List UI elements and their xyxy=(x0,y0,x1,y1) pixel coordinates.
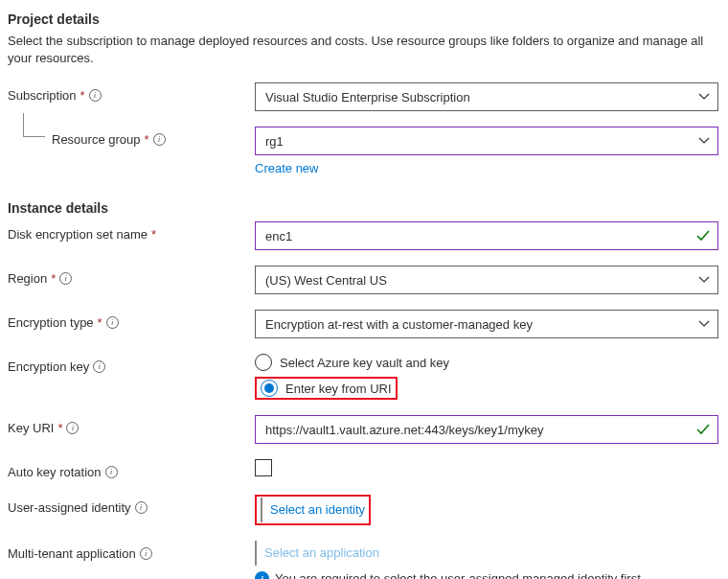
disk-encryption-set-name-value: enc1 xyxy=(265,229,292,243)
key-uri-value: https://vault1.vault.azure.net:443/keys/… xyxy=(265,423,543,437)
region-value: (US) West Central US xyxy=(265,273,387,288)
subscription-value: Visual Studio Enterprise Subscription xyxy=(265,90,470,104)
select-application-link: Select an application xyxy=(255,541,379,566)
subscription-select[interactable]: Visual Studio Enterprise Subscription xyxy=(255,82,718,111)
select-identity-link[interactable]: Select an identity xyxy=(261,498,365,522)
chevron-down-icon xyxy=(698,137,710,145)
required-asterisk: * xyxy=(98,315,102,330)
radio-enter-key-uri-label: Enter key from URI xyxy=(285,382,392,396)
disk-encryption-set-name-label: Disk encryption set name xyxy=(8,227,148,242)
required-asterisk: * xyxy=(151,227,156,242)
encryption-key-label: Encryption key xyxy=(8,359,89,374)
resource-group-label: Resource group xyxy=(52,132,141,147)
required-asterisk: * xyxy=(51,271,56,286)
required-asterisk: * xyxy=(80,88,85,103)
info-solid-icon: i xyxy=(255,571,269,579)
info-icon[interactable]: i xyxy=(66,422,79,434)
chevron-down-icon xyxy=(698,276,710,284)
info-icon[interactable]: i xyxy=(89,89,102,102)
radio-enter-key-uri[interactable]: Enter key from URI xyxy=(255,377,718,400)
region-label: Region xyxy=(8,271,47,286)
info-icon[interactable]: i xyxy=(59,272,72,285)
auto-key-rotation-checkbox[interactable] xyxy=(255,459,272,476)
info-icon[interactable]: i xyxy=(106,316,119,329)
required-asterisk: * xyxy=(145,132,149,147)
project-details-title: Project details xyxy=(8,12,720,27)
radio-select-keyvault[interactable]: Select Azure key vault and key xyxy=(255,354,718,371)
key-uri-input[interactable]: https://vault1.vault.azure.net:443/keys/… xyxy=(255,415,718,444)
project-details-description: Select the subscription to manage deploy… xyxy=(8,33,720,67)
info-icon[interactable]: i xyxy=(105,466,118,478)
instance-details-title: Instance details xyxy=(8,200,720,216)
resource-group-select[interactable]: rg1 xyxy=(255,127,718,155)
info-icon[interactable]: i xyxy=(93,360,105,373)
check-icon xyxy=(696,424,710,435)
radio-icon xyxy=(261,380,278,397)
user-assigned-identity-label: User-assigned identity xyxy=(8,500,131,515)
radio-select-keyvault-label: Select Azure key vault and key xyxy=(280,356,449,370)
encryption-type-select[interactable]: Encryption at-rest with a customer-manag… xyxy=(255,310,718,338)
check-icon xyxy=(696,230,710,242)
info-icon[interactable]: i xyxy=(140,547,152,560)
radio-icon xyxy=(255,354,272,371)
info-icon[interactable]: i xyxy=(153,133,166,146)
multi-tenant-info-text: You are required to select the user-assi… xyxy=(275,571,644,579)
create-new-link[interactable]: Create new xyxy=(255,161,318,175)
resource-group-value: rg1 xyxy=(265,134,284,149)
subscription-label: Subscription xyxy=(8,88,77,103)
info-icon[interactable]: i xyxy=(135,501,148,514)
key-uri-label: Key URI xyxy=(8,421,54,435)
encryption-type-value: Encryption at-rest with a customer-manag… xyxy=(265,317,533,332)
multi-tenant-application-label: Multi-tenant application xyxy=(8,546,136,561)
required-asterisk: * xyxy=(57,421,62,435)
auto-key-rotation-label: Auto key rotation xyxy=(8,465,102,479)
chevron-down-icon xyxy=(698,93,710,101)
region-select[interactable]: (US) West Central US xyxy=(255,266,718,294)
disk-encryption-set-name-input[interactable]: enc1 xyxy=(255,221,718,250)
chevron-down-icon xyxy=(698,320,710,328)
encryption-type-label: Encryption type xyxy=(8,315,94,330)
